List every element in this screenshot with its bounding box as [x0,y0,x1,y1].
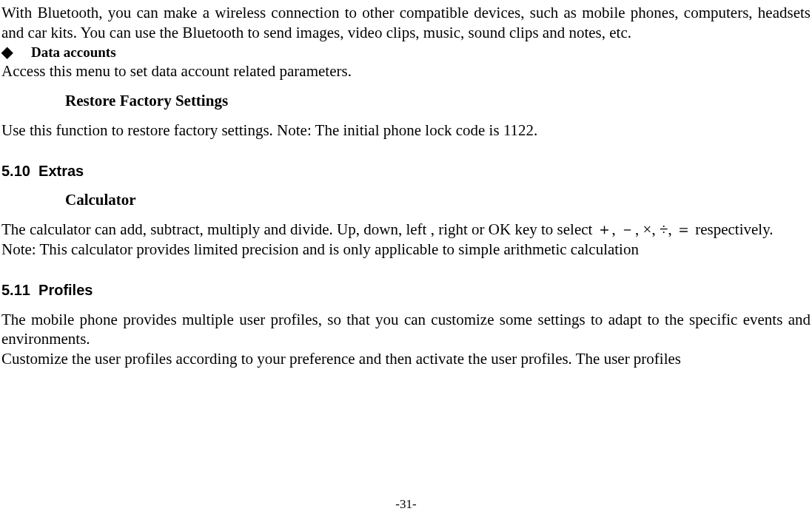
bluetooth-intro: With Bluetooth, you can make a wireless … [1,3,811,43]
extras-title: Extras [38,163,84,179]
restore-body: Use this function to restore factory set… [1,121,811,141]
calculator-heading: Calculator [1,190,811,210]
profiles-p2: Customize the user profiles according to… [1,349,811,369]
calculator-note: Note: This calculator provides limited p… [1,240,811,260]
data-accounts-item: ◆ Data accounts [1,44,811,61]
data-accounts-desc: Access this menu to set data account rel… [1,61,811,81]
restore-heading: Restore Factory Settings [1,91,811,111]
extras-number: 5.10 [1,163,30,179]
diamond-icon: ◆ [1,44,31,59]
page-number: -31- [0,496,812,513]
profiles-number: 5.11 [1,282,30,298]
profiles-title: Profiles [38,282,93,298]
profiles-p1: The mobile phone provides multiple user … [1,310,811,350]
extras-section-heading: 5.10 Extras [1,162,811,181]
profiles-section-heading: 5.11 Profiles [1,281,811,300]
calculator-body: The calculator can add, subtract, multip… [1,220,811,240]
data-accounts-label: Data accounts [31,44,116,61]
